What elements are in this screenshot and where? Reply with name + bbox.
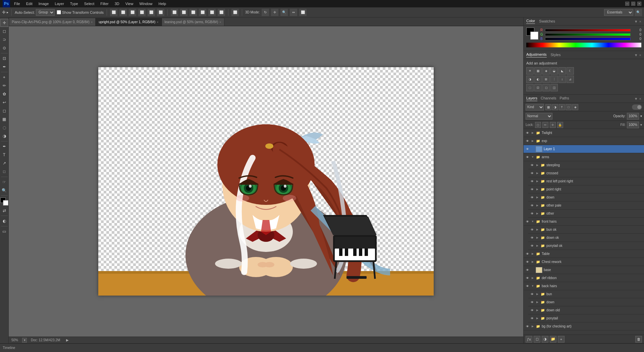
layer-bun-ok[interactable]: 👁 ▶ 📁 bun ok [528, 226, 644, 234]
layer-crossed-expand[interactable]: ▶ [536, 171, 539, 176]
lock-transparent-btn[interactable]: ◻ [535, 122, 541, 128]
quick-mask-btn[interactable]: ◐ [0, 217, 8, 225]
layer-twlight-visibility[interactable]: 👁 [525, 131, 530, 135]
layer-other-visibility[interactable]: 👁 [530, 211, 534, 216]
layer-downback-visibility[interactable]: 👁 [530, 300, 534, 305]
layer-rlpr-expand[interactable]: ▶ [536, 179, 539, 184]
layer-mask-btn[interactable]: ◻ [534, 336, 540, 343]
filter-toggle[interactable] [632, 104, 642, 110]
layer-pointright-visibility[interactable]: 👁 [530, 187, 534, 192]
lasso-tool[interactable]: ⊃ [0, 36, 8, 44]
color-gradient-bar[interactable] [526, 43, 641, 47]
layer-downarms-expand[interactable]: ▶ [536, 195, 539, 200]
menu-view[interactable]: View [123, 1, 136, 6]
3d-scale-btn[interactable]: ⇔ [290, 9, 297, 16]
layer-ponytail[interactable]: 👁 ▶ 📁 ponytail [528, 314, 644, 322]
adjustments-tab[interactable]: Adjustments [526, 52, 547, 57]
layer-fx-btn[interactable]: ƒx [526, 336, 532, 343]
layer-downold-visibility[interactable]: 👁 [530, 308, 534, 313]
menu-3d[interactable]: 3D [112, 1, 122, 6]
tab-piano-close[interactable]: × [91, 20, 93, 24]
filter-adjustment-btn[interactable]: ◑ [552, 104, 558, 110]
distribute-center-h-btn[interactable]: ⬜ [180, 9, 187, 16]
layer-downarms-visibility[interactable]: 👁 [530, 195, 534, 200]
workspace-select[interactable]: Essentials Photography Painting [604, 9, 633, 16]
layer-fronthairs-expand[interactable]: ▼ [531, 219, 534, 224]
layer-otherpale-expand[interactable]: ▶ [536, 203, 539, 208]
adj-hsl-btn[interactable]: ☾ [567, 67, 574, 75]
layer-steepling-expand[interactable]: ▶ [536, 163, 539, 168]
workspace-search-btn[interactable]: 🔍 [635, 9, 642, 16]
kind-select[interactable]: Kind [526, 104, 544, 111]
3d-extra-btn[interactable]: ⬜ [299, 9, 307, 16]
menu-edit[interactable]: Edit [23, 1, 35, 6]
foreground-color[interactable] [0, 197, 8, 206]
layer-bg-checking[interactable]: 👁 ▶ 📁 bg (for checking art) [524, 322, 644, 331]
layers-tab[interactable]: Layers [526, 96, 537, 101]
gradient-tool[interactable]: ▦ [0, 115, 8, 123]
align-center-h-btn[interactable]: ⬜ [119, 9, 127, 16]
menu-file[interactable]: File [11, 1, 23, 6]
layer-arms-visibility[interactable]: 👁 [525, 155, 530, 160]
layer-fronthairs-visibility[interactable]: 👁 [525, 219, 530, 224]
layer-table-expand[interactable]: ▶ [531, 252, 534, 256]
color-panel-collapse[interactable]: ▼ [634, 19, 638, 24]
layer-backhairs-expand[interactable]: ▼ [531, 284, 534, 289]
adj-threshold-btn[interactable]: ⊡ [534, 84, 542, 91]
layer-defribbon-expand[interactable]: ▶ [531, 276, 534, 280]
layer-pointright-expand[interactable]: ▶ [536, 187, 539, 192]
filter-smart-btn[interactable]: ◈ [572, 104, 578, 110]
layer-crossed-visibility[interactable]: 👁 [530, 171, 534, 176]
layer-ponytailok-visibility[interactable]: 👁 [530, 244, 534, 248]
switch-colors-btn[interactable]: ⇄ [0, 207, 8, 215]
adj-exposure-btn[interactable]: ◒ [550, 67, 558, 75]
opacity-input[interactable] [627, 113, 639, 120]
layer-bunok-visibility[interactable]: 👁 [530, 227, 534, 232]
eyedropper-tool[interactable]: ✒ [0, 63, 8, 71]
layer-other-expand[interactable]: ▶ [536, 211, 539, 216]
layer-base-expand[interactable] [531, 268, 534, 272]
adj-panel-close[interactable]: × [639, 53, 641, 57]
selection-tool[interactable]: ◻ [0, 27, 8, 35]
color-fg-bg[interactable] [526, 28, 538, 40]
align-right-btn[interactable]: ⬜ [129, 9, 136, 16]
layer-twlight-expand[interactable]: ▶ [531, 131, 534, 135]
lock-position-btn[interactable]: ✛ [550, 122, 556, 128]
layer-adj-btn[interactable]: ◑ [542, 336, 548, 343]
layer-rest-left-point-right[interactable]: 👁 ▶ 📁 rest left point right [528, 177, 644, 185]
layers-close[interactable]: × [639, 97, 641, 101]
adj-selectivecolor-btn[interactable]: ◫ [550, 84, 558, 91]
layer-bun-visibility[interactable]: 👁 [530, 292, 534, 297]
menu-image[interactable]: Image [36, 1, 52, 6]
3d-rotate-btn[interactable]: ↻ [262, 9, 269, 16]
layer-downold-expand[interactable]: ▶ [536, 308, 539, 313]
arrange-btn[interactable]: ⬜ [231, 9, 239, 16]
align-top-btn[interactable]: ⬜ [138, 9, 146, 16]
adj-photofilter-btn[interactable]: ⊞ [542, 76, 550, 83]
layer-defribbon-visibility[interactable]: 👁 [525, 276, 530, 280]
adj-colorlookup-btn[interactable]: ↕ [558, 76, 566, 83]
layer-other[interactable]: 👁 ▶ 📁 other [528, 210, 644, 218]
tab-piano[interactable]: Piano-Clip-Art-PNG.png @ 100% (Layer 0, … [9, 18, 96, 26]
lock-pixels-btn[interactable]: ✏ [542, 122, 548, 128]
color-panel-close[interactable]: × [639, 19, 641, 24]
layer-otherpale-visibility[interactable]: 👁 [530, 203, 534, 208]
3d-pan-btn[interactable]: ✛ [271, 9, 278, 16]
layer-exp-visibility[interactable]: 👁 [525, 139, 530, 143]
adj-channelmixer-btn[interactable]: ⋮ [550, 76, 558, 83]
layer-down-arms[interactable]: 👁 ▶ 📁 down [528, 193, 644, 202]
layer-down-back[interactable]: 👁 ▶ 📁 down [528, 298, 644, 306]
layer-delete-btn[interactable]: 🗑 [635, 336, 642, 343]
zoom-tool[interactable]: 🔍 [0, 186, 8, 194]
background-swatch[interactable] [530, 32, 538, 40]
fill-arrows[interactable]: ▾ [640, 123, 642, 127]
dodge-tool[interactable]: ◑ [0, 132, 8, 140]
layers-list[interactable]: 👁 ▶ 📁 Twlight 👁 ▶ 📁 exp 👁 [524, 129, 644, 335]
layer-arms[interactable]: 👁 ▼ 📁 arms [524, 153, 644, 161]
r-slider[interactable] [545, 29, 631, 32]
hand-tool[interactable]: ☞ [0, 178, 8, 186]
menu-select[interactable]: Select [82, 1, 97, 6]
maximize-button[interactable]: □ [631, 2, 635, 6]
layer-downback-expand[interactable]: ▶ [536, 300, 539, 305]
layer-bun-expand[interactable]: ▶ [536, 292, 539, 297]
